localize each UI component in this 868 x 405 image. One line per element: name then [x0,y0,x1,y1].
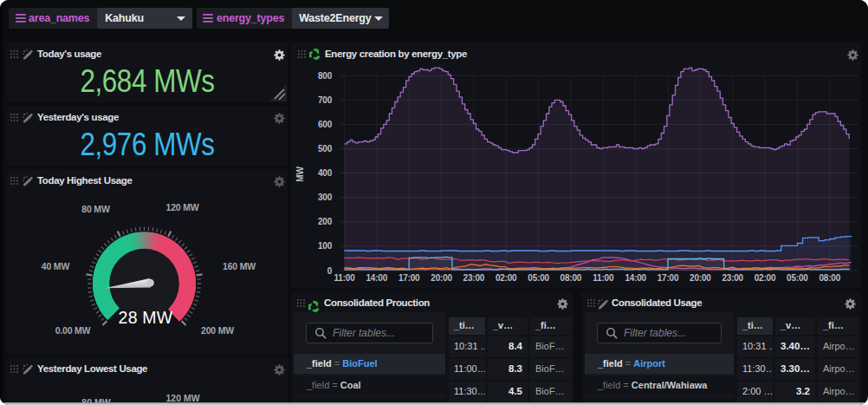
svg-text:40 MW: 40 MW [42,261,70,271]
svg-text:20:00: 20:00 [690,273,711,283]
svg-text:400: 400 [318,168,333,178]
svg-text:300: 300 [318,193,333,202]
svg-text:800: 800 [318,71,333,81]
svg-text:23:00: 23:00 [722,273,743,283]
svg-text:28 MW: 28 MW [119,308,173,327]
svg-text:17:00: 17:00 [398,273,420,283]
svg-text:02:00: 02:00 [496,273,517,283]
svg-text:600: 600 [318,120,333,129]
svg-text:0: 0 [327,266,333,276]
svg-text:500: 500 [318,144,333,154]
svg-text:23:00: 23:00 [463,273,485,283]
svg-text:100: 100 [318,241,333,251]
svg-text:80 MW: 80 MW [81,204,110,214]
svg-text:700: 700 [318,95,333,105]
svg-text:05:00: 05:00 [787,273,808,283]
svg-text:MW: MW [295,167,305,182]
svg-text:02:00: 02:00 [755,273,776,283]
svg-text:11:00: 11:00 [334,273,355,283]
svg-text:14:00: 14:00 [366,273,388,283]
svg-text:120 MW: 120 MW [166,202,199,212]
svg-text:200: 200 [318,217,333,226]
svg-text:20:00: 20:00 [431,273,452,283]
svg-text:160 MW: 160 MW [223,261,256,271]
svg-text:14:00: 14:00 [625,273,646,283]
svg-text:0.00 MW: 0.00 MW [55,325,91,336]
svg-text:11:00: 11:00 [593,273,614,283]
svg-text:05:00: 05:00 [528,273,549,283]
svg-text:08:00: 08:00 [819,273,841,283]
svg-text:200 MW: 200 MW [201,325,234,336]
svg-text:17:00: 17:00 [657,273,679,283]
svg-text:08:00: 08:00 [560,273,582,283]
